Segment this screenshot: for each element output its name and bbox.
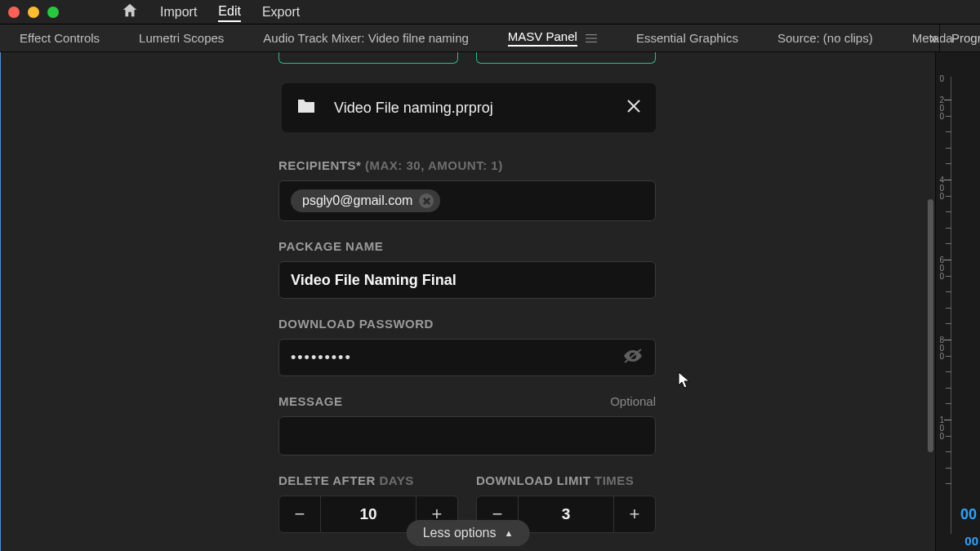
ruler-origin: 0 — [936, 75, 944, 83]
password-input[interactable]: ••••••••• — [278, 339, 656, 376]
window-minimize-button[interactable] — [28, 7, 39, 18]
tab-audio-track-mixer[interactable]: Audio Track Mixer: Video filne naming — [243, 24, 488, 51]
attached-file-chip: Video File naming.prproj — [282, 83, 656, 132]
delete-after-value[interactable]: 10 — [321, 495, 416, 533]
tabs-overflow-button[interactable]: » — [930, 24, 934, 51]
window-zoom-button[interactable] — [47, 7, 59, 18]
panel-menu-icon[interactable] — [586, 33, 597, 43]
tab-lumetri-scopes[interactable]: Lumetri Scopes — [119, 24, 243, 51]
timecode-readout-2: 00 — [964, 534, 978, 548]
app-menu-bar: Import Edit Export — [0, 0, 980, 24]
caret-up-icon: ▲ — [504, 528, 513, 538]
tab-essential-graphics[interactable]: Essential Graphics — [617, 24, 758, 51]
delete-decrement-button[interactable]: − — [278, 495, 321, 533]
less-options-toggle[interactable]: Less options▲ — [407, 520, 530, 546]
attached-file-name: Video File naming.prproj — [334, 100, 626, 117]
upload-dropzones — [278, 52, 656, 64]
panel-scrollbar[interactable] — [928, 199, 933, 452]
menu-edit[interactable]: Edit — [218, 2, 241, 22]
program-monitor-ruler: 0 200400600800100 00 00 — [935, 52, 980, 551]
limit-increment-button[interactable]: + — [613, 495, 656, 533]
panel-tab-bar: Effect Controls Lumetri Scopes Audio Tra… — [0, 24, 980, 52]
send-form: Recipients* (Max: 30, Amount: 1) psgly0@… — [278, 158, 656, 533]
download-limit-value[interactable]: 3 — [519, 495, 613, 533]
recipient-email: psgly0@gmail.com — [302, 193, 412, 208]
password-label: Download Password — [278, 317, 656, 331]
window-controls — [8, 7, 59, 18]
dropzone-1[interactable] — [278, 52, 458, 64]
tab-source[interactable]: Source: (no clips) — [758, 24, 893, 51]
delete-after-label: Delete After Days — [278, 473, 458, 487]
message-input[interactable] — [278, 416, 656, 455]
message-label: Message — [278, 394, 343, 408]
tab-masv-panel[interactable]: MASV Panel — [488, 24, 617, 51]
dropzone-2[interactable] — [476, 52, 656, 64]
package-name-input[interactable]: Video File Naming Final — [278, 261, 656, 299]
ruler-axis — [951, 77, 951, 534]
menu-import[interactable]: Import — [160, 3, 197, 21]
masv-panel-body: Video File naming.prproj Recipients* (Ma… — [0, 52, 935, 551]
menu-export[interactable]: Export — [262, 3, 300, 21]
package-name-label: Package Name — [278, 239, 656, 253]
recipients-label: Recipients* (Max: 30, Amount: 1) — [278, 158, 656, 172]
recipient-chip: psgly0@gmail.com — [291, 189, 440, 212]
window-close-button[interactable] — [8, 7, 20, 18]
tab-effect-controls[interactable]: Effect Controls — [0, 24, 119, 51]
download-limit-label: Download Limit Times — [476, 473, 656, 487]
message-optional-hint: Optional — [610, 394, 656, 408]
home-icon[interactable] — [121, 2, 139, 23]
tab-program[interactable]: Progra — [939, 24, 980, 51]
remove-recipient-button[interactable] — [419, 193, 434, 208]
remove-file-button[interactable] — [626, 99, 641, 117]
password-mask: ••••••••• — [291, 349, 622, 367]
timecode-readout-1: 00 — [960, 506, 977, 523]
folder-icon — [296, 98, 316, 118]
package-name-value: Video File Naming Final — [291, 272, 457, 289]
recipients-input[interactable]: psgly0@gmail.com — [278, 180, 656, 221]
toggle-password-visibility-icon[interactable] — [622, 348, 644, 367]
